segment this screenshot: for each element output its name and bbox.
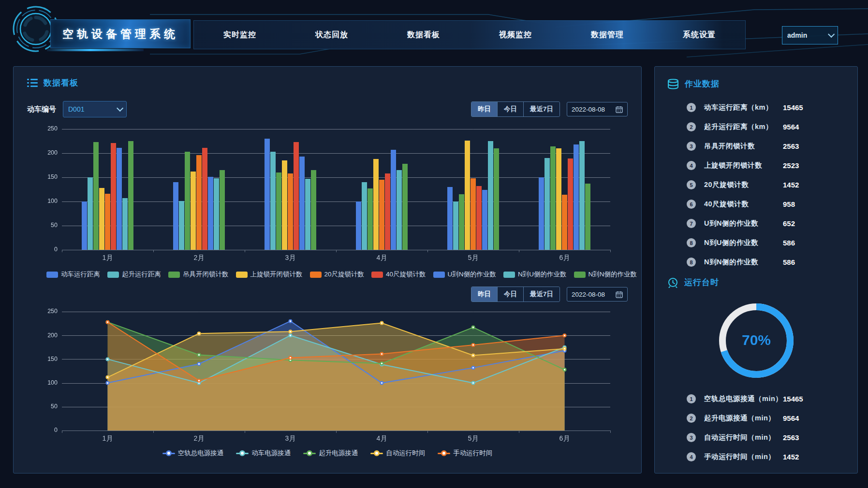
user-dropdown[interactable]: admin xyxy=(782,26,838,44)
legend-label: 自动运行时间 xyxy=(386,449,425,458)
legend-item[interactable]: 自动运行时间 xyxy=(370,449,425,458)
stat-value: 15465 xyxy=(783,395,831,403)
legend-item[interactable]: U到N侧的作业数 xyxy=(433,270,497,279)
range-button-group: 昨日今日最近7日 xyxy=(471,287,560,302)
stat-index-badge: 7 xyxy=(687,219,696,228)
nav-item-5[interactable]: 数据管理 xyxy=(561,30,653,40)
legend-item[interactable]: 起升电源接通 xyxy=(303,449,358,458)
stat-value: 586 xyxy=(783,239,831,247)
legend-swatch xyxy=(107,272,119,278)
train-number-select[interactable]: D001 xyxy=(63,101,127,117)
nav-item-4[interactable]: 视频监控 xyxy=(470,30,561,40)
calendar-icon xyxy=(616,291,623,298)
range-button-group: 昨日今日最近7日 xyxy=(471,101,560,117)
legend-label: 起升电源接通 xyxy=(319,449,358,458)
legend-label: 20尺旋锁计数 xyxy=(324,270,365,279)
chevron-down-icon xyxy=(117,105,123,112)
date-picker-input[interactable]: 2022-08-08 xyxy=(567,287,628,301)
nav-item-6[interactable]: 系统设置 xyxy=(653,30,745,40)
stat-label: 吊具开闭锁计数 xyxy=(704,142,783,151)
legend-line-dot xyxy=(441,450,447,456)
title-banner: 空轨设备管理系统 xyxy=(50,19,191,48)
legend-swatch xyxy=(168,272,180,278)
train-number-value: D001 xyxy=(68,105,117,113)
runtime-head: 运行台时 xyxy=(667,277,845,288)
runtime-title: 运行台时 xyxy=(684,277,719,288)
legend-swatch xyxy=(503,272,515,278)
stat-row: 4上旋锁开闭锁计数2523 xyxy=(667,161,845,170)
legend-item[interactable]: 20尺旋锁计数 xyxy=(310,270,365,279)
clock-icon xyxy=(667,277,678,288)
range-button[interactable]: 今日 xyxy=(498,102,524,116)
date-picker-input[interactable]: 2022-08-08 xyxy=(567,102,628,116)
stat-value: 2563 xyxy=(783,433,831,442)
range-button[interactable]: 昨日 xyxy=(471,287,498,301)
legend-label: 40尺旋锁计数 xyxy=(386,270,426,279)
legend-item[interactable]: 吊具开闭锁计数 xyxy=(168,270,229,279)
app-title: 空轨设备管理系统 xyxy=(62,27,178,42)
stat-value: 1452 xyxy=(783,453,831,461)
range-button[interactable]: 今日 xyxy=(498,287,524,301)
list-icon xyxy=(27,78,38,88)
stat-row: 2起升电源接通（min）9564 xyxy=(667,414,845,423)
legend-item[interactable]: N到N侧的作业数 xyxy=(574,270,637,279)
dashboard-panel-head: 数据看板 xyxy=(27,77,628,88)
stat-value: 2523 xyxy=(783,161,831,170)
nav-item-2[interactable]: 状态回放 xyxy=(286,30,378,40)
stat-value: 958 xyxy=(783,200,831,208)
legend-item[interactable]: 空轨总电源接通 xyxy=(162,449,224,458)
stat-row: 7U到N侧的作业数652 xyxy=(667,219,845,228)
line-chart-legend: 空轨总电源接通动车电源接通起升电源接通自动运行时间手动运行时间 xyxy=(27,449,628,458)
date-range-controls: 昨日今日最近7日2022-08-08 xyxy=(471,101,628,117)
stat-label: 空轨总电源接通（min） xyxy=(704,394,783,403)
stat-value: 2563 xyxy=(783,142,831,150)
legend-item[interactable]: 动车运行距离 xyxy=(46,270,100,279)
chevron-down-icon xyxy=(828,31,835,38)
filter-row-top: 动车编号 D001 昨日今日最近7日2022-08-08 xyxy=(27,101,628,117)
legend-line-marker xyxy=(303,450,316,456)
stat-label: 手动运行时间（min） xyxy=(704,452,783,461)
stat-label: N到N侧的作业数 xyxy=(704,258,783,267)
nav-item-1[interactable]: 实时监控 xyxy=(194,30,286,40)
legend-label: 吊具开闭锁计数 xyxy=(183,270,229,279)
legend-item[interactable]: 手动运行时间 xyxy=(438,449,492,458)
stat-index-badge: 2 xyxy=(687,414,696,423)
legend-label: U到N侧的作业数 xyxy=(448,270,497,279)
app-header: 空轨设备管理系统 实时监控状态回放数据看板视频监控数据管理系统设置 admin xyxy=(0,0,868,59)
stat-index-badge: 4 xyxy=(687,452,696,461)
legend-label: 起升运行距离 xyxy=(122,270,161,279)
legend-item[interactable]: 起升运行距离 xyxy=(107,270,161,279)
range-button[interactable]: 最近7日 xyxy=(524,102,559,116)
range-button[interactable]: 最近7日 xyxy=(524,287,559,301)
legend-item[interactable]: 动车电源接通 xyxy=(236,449,291,458)
legend-swatch xyxy=(46,272,58,278)
database-icon xyxy=(667,79,679,89)
legend-label: 手动运行时间 xyxy=(453,449,492,458)
stat-index-badge: 8 xyxy=(687,238,696,247)
legend-label: 上旋锁开闭锁计数 xyxy=(250,270,303,279)
stat-label: 动车运行距离（km） xyxy=(704,103,783,112)
main-nav: 实时监控状态回放数据看板视频监控数据管理系统设置 xyxy=(193,20,746,49)
stat-value: 15465 xyxy=(783,103,831,112)
job-data-head: 作业数据 xyxy=(667,78,845,89)
range-button[interactable]: 昨日 xyxy=(471,102,498,116)
stat-label: 上旋锁开闭锁计数 xyxy=(704,161,783,170)
legend-item[interactable]: N到U侧的作业数 xyxy=(503,270,567,279)
legend-line-dot xyxy=(374,450,380,456)
stat-row: 3吊具开闭锁计数2563 xyxy=(667,142,845,151)
legend-swatch xyxy=(574,272,586,278)
runtime-donut-canvas xyxy=(715,300,797,382)
stat-index-badge: 3 xyxy=(687,433,696,442)
nav-item-3[interactable]: 数据看板 xyxy=(378,30,470,40)
stat-index-badge: 6 xyxy=(687,200,696,209)
legend-swatch xyxy=(371,272,383,278)
legend-item[interactable]: 上旋锁开闭锁计数 xyxy=(236,270,303,279)
legend-label: N到U侧的作业数 xyxy=(518,270,567,279)
job-stats-list: 1动车运行距离（km）154652起升运行距离（km）95643吊具开闭锁计数2… xyxy=(667,103,845,267)
calendar-icon xyxy=(616,106,623,113)
stat-label: 起升电源接通（min） xyxy=(704,414,783,423)
stat-value: 9564 xyxy=(783,123,831,131)
legend-item[interactable]: 40尺旋锁计数 xyxy=(371,270,426,279)
legend-line-marker xyxy=(162,450,175,456)
dashboard-panel-title: 数据看板 xyxy=(44,77,78,88)
